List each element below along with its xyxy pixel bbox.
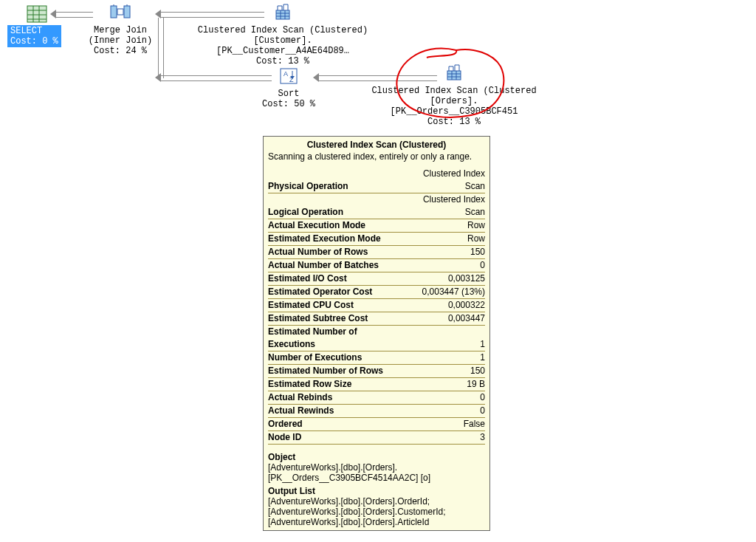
tooltip-row-value: 0,000322 <box>402 299 485 312</box>
tooltip-row: Estimated Execution ModeRow <box>268 233 485 246</box>
tooltip-row-key: Actual Number of Rows <box>268 246 402 259</box>
tooltip-row-key: Actual Execution Mode <box>268 219 402 233</box>
tooltip-row-key: Actual Rewinds <box>268 405 402 418</box>
tooltip-row-value: 0 <box>402 391 485 405</box>
tooltip-row-key: Ordered <box>268 418 402 431</box>
tooltip-row: Estimated Row Size19 B <box>268 378 485 391</box>
tooltip-row: Estimated I/O Cost0,003125 <box>268 272 485 286</box>
tooltip-row: Logical OperationClustered Index Scan <box>268 193 485 219</box>
svg-rect-7 <box>124 6 130 18</box>
scan-customer-label2: [Customer].[PK__Customer__A4AE64D89… <box>190 35 375 56</box>
tooltip-row-value: 0 <box>402 259 485 272</box>
tooltip-row-key: Estimated Execution Mode <box>268 233 402 246</box>
tooltip-row-value: 0,003447 <box>402 312 485 326</box>
tooltip-row-value: 150 <box>402 246 485 259</box>
merge-join-label2: (Inner Join) <box>80 35 161 46</box>
tooltip-row-value: 0 <box>402 405 485 418</box>
tooltip-row: Estimated Number of Executions1 <box>268 326 485 351</box>
sort-icon: A Z <box>278 66 300 89</box>
clustered-index-scan-icon <box>272 3 294 25</box>
sort-cost: Cost: 50 % <box>255 99 322 109</box>
tooltip-row-key: Estimated Number of Rows <box>268 365 402 378</box>
tooltip-row: Actual Execution ModeRow <box>268 219 485 233</box>
tooltip-row-value: 19 B <box>402 378 485 391</box>
tooltip-row-value: 3 <box>402 431 485 445</box>
tooltip-row: Actual Number of Rows150 <box>268 246 485 259</box>
tooltip-row: Node ID3 <box>268 431 485 445</box>
select-icon <box>26 4 48 27</box>
arrow-4 <box>319 75 437 81</box>
tooltip-row: Actual Rebinds0 <box>268 391 485 405</box>
select-cost: Cost: 0 % <box>10 36 58 47</box>
arrow-3b <box>158 18 164 78</box>
tooltip-row: Estimated Number of Rows150 <box>268 365 485 378</box>
tooltip-row-value: Row <box>402 233 485 246</box>
tooltip-row-key: Estimated Subtree Cost <box>268 312 402 326</box>
tooltip-row: Estimated Subtree Cost0,003447 <box>268 312 485 326</box>
tooltip-row-value: Clustered Index Scan <box>402 193 485 219</box>
tooltip-row-value: 150 <box>402 365 485 378</box>
tooltip-object-value: [AdventureWorks].[dbo].[Orders].[PK__Ord… <box>268 462 485 483</box>
tooltip-row-key: Physical Operation <box>268 168 402 193</box>
tooltip-object-label: Object <box>268 445 485 462</box>
tooltip-row: Estimated Operator Cost0,003447 (13%) <box>268 286 485 299</box>
tooltip-row-value: Row <box>402 219 485 233</box>
tooltip-row-value: False <box>402 418 485 431</box>
tooltip-row-key: Estimated Row Size <box>268 378 402 391</box>
tooltip-row-key: Estimated Operator Cost <box>268 286 402 299</box>
tooltip-row-key: Estimated I/O Cost <box>268 272 402 286</box>
merge-join-cost: Cost: 24 % <box>80 46 161 56</box>
svg-rect-21 <box>447 71 461 80</box>
tooltip-row: Estimated CPU Cost0,000322 <box>268 299 485 312</box>
tooltip-row: Number of Executions1 <box>268 351 485 365</box>
select-label: SELECT Cost: 0 % <box>7 25 61 47</box>
tooltip-row: Actual Rewinds0 <box>268 405 485 418</box>
arrow-3a <box>161 75 272 81</box>
tooltip-row: Physical OperationClustered Index Scan <box>268 168 485 193</box>
scan-orders-node[interactable]: Clustered Index Scan (Clustered [Orders]… <box>369 64 539 127</box>
operator-tooltip: Clustered Index Scan (Clustered) Scannin… <box>263 136 490 531</box>
scan-customer-cost: Cost: 13 % <box>190 56 375 66</box>
tooltip-row-value: 0,003125 <box>402 272 485 286</box>
arrow-1-head <box>50 10 56 18</box>
tooltip-row-key: Actual Number of Batches <box>268 259 402 272</box>
tooltip-row-key: Node ID <box>268 431 402 445</box>
scan-customer-label1: Clustered Index Scan (Clustered) <box>190 25 375 35</box>
tooltip-description: Scanning a clustered index, entirely or … <box>268 151 485 168</box>
tooltip-row-key: Estimated Number of Executions <box>268 326 402 351</box>
tooltip-row-key: Logical Operation <box>268 193 402 219</box>
svg-rect-0 <box>27 6 47 22</box>
merge-join-icon <box>109 3 131 25</box>
scan-orders-label1: Clustered Index Scan (Clustered <box>369 86 539 96</box>
select-label-text: SELECT <box>10 26 58 36</box>
tooltip-row: Actual Number of Batches0 <box>268 259 485 272</box>
tooltip-outputlist-value: [AdventureWorks].[dbo].[Orders].OrderId;… <box>268 496 485 527</box>
tooltip-row-value: 1 <box>402 326 485 351</box>
arrow-4-head <box>313 73 319 82</box>
tooltip-row-key: Estimated CPU Cost <box>268 299 402 312</box>
tooltip-row-value: 1 <box>402 351 485 365</box>
svg-rect-8 <box>117 9 123 15</box>
svg-rect-11 <box>276 10 289 19</box>
tooltip-outputlist-label: Output List <box>268 483 485 496</box>
tooltip-properties-table: Physical OperationClustered Index ScanLo… <box>268 168 485 445</box>
merge-join-node[interactable]: Merge Join (Inner Join) Cost: 24 % <box>80 3 161 56</box>
tooltip-row-value: Clustered Index Scan <box>402 168 485 193</box>
arrow-1 <box>56 12 93 18</box>
arrow-2 <box>161 12 264 18</box>
scan-orders-label2: [Orders].[PK__Orders__C3905BCF451 <box>369 96 539 117</box>
sort-label: Sort <box>255 89 322 99</box>
arrow-3-head <box>155 73 161 82</box>
tooltip-row-key: Actual Rebinds <box>268 391 402 405</box>
tooltip-row-key: Number of Executions <box>268 351 402 365</box>
sort-node[interactable]: A Z Sort Cost: 50 % <box>255 66 322 109</box>
svg-text:A: A <box>284 70 288 78</box>
svg-rect-6 <box>111 6 117 18</box>
clustered-index-scan-icon <box>443 64 465 86</box>
merge-join-label1: Merge Join <box>80 25 161 35</box>
tooltip-row: OrderedFalse <box>268 418 485 431</box>
tooltip-row-value: 0,003447 (13%) <box>402 286 485 299</box>
scan-orders-cost: Cost: 13 % <box>369 117 539 127</box>
tooltip-title: Clustered Index Scan (Clustered) <box>268 140 485 151</box>
